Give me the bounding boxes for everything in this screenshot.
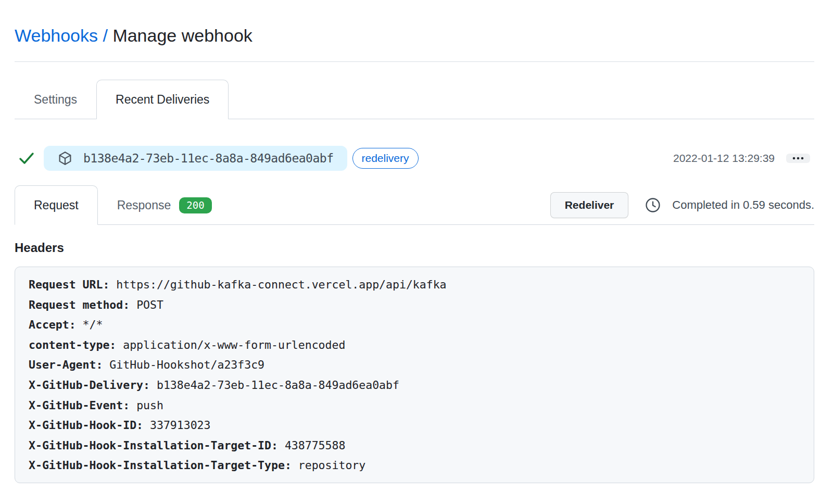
- check-icon: [18, 149, 35, 167]
- header-key: X-GitHub-Hook-Installation-Target-ID:: [29, 439, 278, 452]
- header-value: POST: [136, 298, 163, 311]
- page-container: Webhooks / Manage webhook Settings Recen…: [15, 0, 814, 483]
- page-title-text: Manage webhook: [112, 26, 252, 45]
- header-value: b138e4a2-73eb-11ec-8a8a-849ad6ea0abf: [157, 379, 399, 392]
- header-line: Request method: POST: [29, 295, 800, 316]
- header-key: X-GitHub-Hook-ID:: [29, 419, 143, 432]
- header-value: */*: [83, 318, 103, 331]
- delivery-actions: Redeliver Completed in 0.59 seconds.: [550, 185, 814, 224]
- tab-recent-deliveries-label: Recent Deliveries: [116, 93, 209, 107]
- tab-recent-deliveries[interactable]: Recent Deliveries: [96, 80, 229, 119]
- webhook-tabnav: Settings Recent Deliveries: [15, 80, 814, 119]
- header-line: content-type: application/x-www-form-url…: [29, 335, 800, 356]
- page-header: Webhooks / Manage webhook: [15, 0, 814, 62]
- header-value: 438775588: [285, 439, 346, 452]
- breadcrumb-link-label: Webhooks: [15, 26, 98, 45]
- header-value: repository: [298, 459, 365, 472]
- header-key: X-GitHub-Hook-Installation-Target-Type:: [29, 459, 292, 472]
- header-line: X-GitHub-Event: push: [29, 396, 800, 416]
- tab-settings[interactable]: Settings: [15, 80, 96, 119]
- tab-response-label: Response: [117, 198, 171, 212]
- tab-request-label: Request: [34, 198, 79, 212]
- clock-icon: [645, 197, 661, 213]
- response-status-badge: 200: [179, 197, 211, 213]
- headers-heading: Headers: [15, 241, 814, 255]
- header-key: Request method:: [29, 298, 130, 311]
- redelivery-badge: redelivery: [352, 148, 419, 168]
- header-line: Accept: */*: [29, 315, 800, 335]
- header-value: application/x-www-form-urlencoded: [123, 338, 345, 351]
- header-key: Accept:: [29, 318, 76, 331]
- header-value: GitHub-Hookshot/a23f3c9: [109, 358, 264, 371]
- breadcrumb-separator: /: [98, 26, 112, 45]
- header-line: X-GitHub-Delivery: b138e4a2-73eb-11ec-8a…: [29, 375, 800, 396]
- header-key: X-GitHub-Event:: [29, 399, 130, 412]
- header-key: User-Agent:: [29, 358, 103, 371]
- delivery-guid-pill[interactable]: b138e4a2-73eb-11ec-8a8a-849ad6ea0abf: [44, 146, 347, 171]
- tab-settings-label: Settings: [34, 93, 77, 107]
- delivery-timestamp: 2022-01-12 13:29:39: [673, 152, 775, 165]
- header-line: Request URL: https://github-kafka-connec…: [29, 275, 800, 295]
- header-line: X-GitHub-Hook-Installation-Target-Type: …: [29, 456, 800, 476]
- delivery-detail-tabnav: Request Response 200 Redeliver Completed…: [15, 185, 814, 225]
- header-value: 337913023: [150, 419, 211, 432]
- request-headers-block: Request URL: https://github-kafka-connec…: [15, 267, 814, 483]
- header-line: User-Agent: GitHub-Hookshot/a23f3c9: [29, 355, 800, 375]
- header-value: push: [136, 399, 163, 412]
- header-key: X-GitHub-Delivery:: [29, 379, 150, 392]
- package-icon: [57, 150, 73, 166]
- header-line: X-GitHub-Hook-ID: 337913023: [29, 415, 800, 436]
- redeliver-button[interactable]: Redeliver: [550, 192, 629, 218]
- header-key: content-type:: [29, 338, 116, 351]
- completed-duration-text: Completed in 0.59 seconds.: [672, 198, 814, 212]
- delivery-guid: b138e4a2-73eb-11ec-8a8a-849ad6ea0abf: [83, 152, 334, 165]
- header-value: https://github-kafka-connect.vercel.app/…: [116, 278, 446, 291]
- tab-request[interactable]: Request: [15, 185, 98, 225]
- delivery-row: b138e4a2-73eb-11ec-8a8a-849ad6ea0abf red…: [15, 145, 814, 171]
- tab-response[interactable]: Response 200: [98, 185, 231, 225]
- delivery-row-meta: 2022-01-12 13:29:39: [673, 152, 814, 165]
- header-line: X-GitHub-Hook-Installation-Target-ID: 43…: [29, 436, 800, 456]
- kebab-icon: [792, 156, 804, 160]
- header-key: Request URL:: [29, 278, 109, 291]
- breadcrumb-webhooks-link[interactable]: Webhooks /: [15, 26, 112, 45]
- kebab-menu-button[interactable]: [786, 154, 810, 163]
- page-title: Webhooks / Manage webhook: [15, 23, 814, 48]
